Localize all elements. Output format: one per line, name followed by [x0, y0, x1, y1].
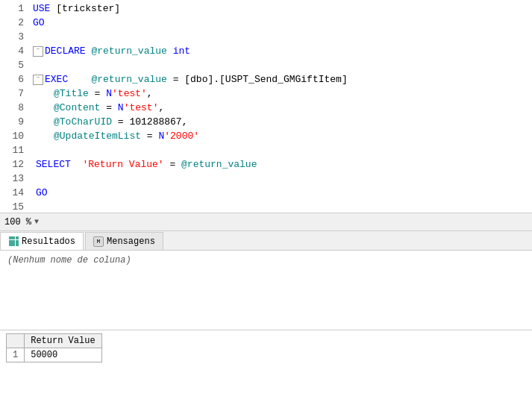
code-line-10: @UpdateItemList = N'2000'	[33, 129, 532, 143]
code-line-3	[33, 30, 532, 44]
line-numbers: 1 2 3 4 5 6 7 8 9 10 11 12 13 14 15	[0, 0, 30, 213]
code-line-7: @Title = N'test',	[33, 87, 532, 101]
tab-resultados-label: Resultados	[22, 236, 75, 247]
code-line-12: SELECT 'Return Value' = @return_value	[33, 157, 532, 172]
result-table: Return Value 1 50000	[6, 333, 102, 362]
tab-mensagens-label: Mensagens	[107, 236, 155, 247]
table-row: 1 50000	[7, 348, 102, 362]
collapse-icon-4[interactable]: ⁻	[33, 46, 43, 57]
code-line-4: ⁻DECLARE @return_value int	[33, 44, 532, 58]
code-line-11	[33, 143, 532, 157]
results-content: (Nenhum nome de coluna) Return Value 1 5…	[0, 251, 532, 402]
code-line-9: @ToCharUID = 101288867,	[33, 115, 532, 129]
code-line-13	[33, 172, 532, 186]
tab-mensagens[interactable]: M Mensagens	[85, 232, 163, 250]
code-lines: USE [trickster] GO ⁻DECLARE @return_valu…	[30, 0, 532, 213]
code-line-14: GO	[33, 186, 532, 200]
code-line-15	[33, 200, 532, 213]
code-line-6: ⁻EXEC @return_value = [dbo].[USPT_Send_G…	[33, 72, 532, 87]
code-line-2: GO	[33, 16, 532, 30]
collapse-icon-6[interactable]: ⁻	[33, 75, 43, 85]
zoom-value: 100 %	[4, 217, 31, 227]
return-value-cell: 50000	[25, 348, 101, 362]
code-line-1: USE [trickster]	[33, 1, 532, 16]
results-panel: Resultados M Mensagens (Nenhum nome de c…	[0, 230, 532, 402]
tab-resultados[interactable]: Resultados	[0, 232, 84, 250]
result-table-area: Return Value 1 50000	[0, 330, 532, 365]
code-line-5	[33, 58, 532, 72]
mensagens-icon: M	[93, 236, 104, 247]
zoom-bar: 100 % ▼	[0, 213, 532, 230]
row-number: 1	[7, 348, 25, 362]
grid-icon	[8, 236, 19, 247]
zoom-dropdown-arrow[interactable]: ▼	[34, 218, 39, 226]
return-value-header: Return Value	[25, 334, 101, 348]
code-line-8: @Content = N'test',	[33, 101, 532, 115]
results-tabs: Resultados M Mensagens	[0, 231, 532, 251]
row-num-header	[7, 334, 25, 348]
no-column-name-label: (Nenhum nome de coluna)	[0, 251, 532, 270]
code-editor: 1 2 3 4 5 6 7 8 9 10 11 12 13 14 15 USE …	[0, 0, 532, 213]
